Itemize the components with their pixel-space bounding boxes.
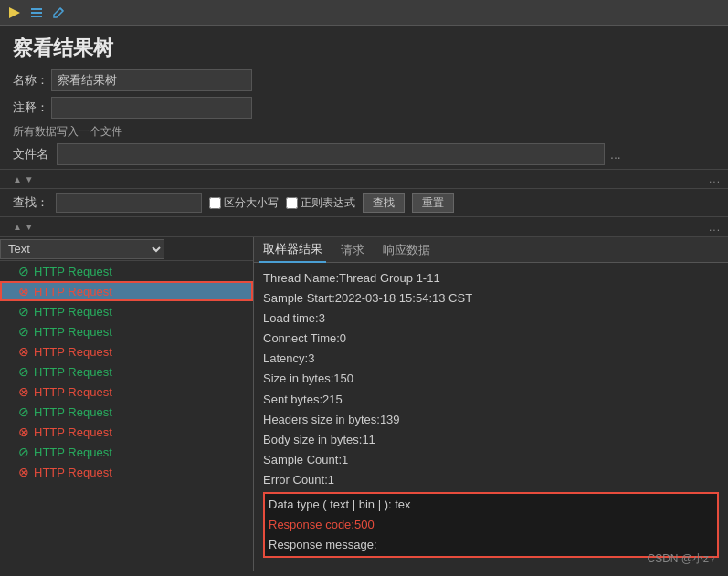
list-item[interactable]: ⊗ HTTP Request <box>0 382 253 402</box>
regex-checkbox[interactable] <box>286 197 298 209</box>
comment-label: 注释： <box>13 99 51 116</box>
svg-rect-1 <box>31 8 42 10</box>
list-item[interactable]: ⊗ HTTP Request <box>0 462 253 482</box>
list-item[interactable]: ⊘ HTTP Request <box>0 361 253 382</box>
status-ok-icon: ⊘ <box>18 364 29 379</box>
case-sensitive-text: 区分大小写 <box>224 195 279 211</box>
status-err-icon: ⊗ <box>18 344 29 359</box>
left-list: ⊘ HTTP Request ⊗ HTTP Request ⊘ HTTP Req… <box>0 261 253 571</box>
right-content: Thread Name:Thread Group 1-11 Sample Sta… <box>254 263 728 571</box>
second-dropdown-row[interactable]: ▲ ▼ ... <box>0 217 728 237</box>
name-row: 名称： <box>13 69 715 91</box>
comment-row: 注释： <box>13 97 715 119</box>
item-label: HTTP Request <box>34 365 112 379</box>
file-input[interactable] <box>57 143 605 165</box>
tab-request[interactable]: 请求 <box>337 238 368 262</box>
list-item[interactable]: ⊘ HTTP Request <box>0 321 253 341</box>
list-item[interactable]: ⊗ HTTP Request <box>0 422 253 442</box>
tab-sampler-result[interactable]: 取样器结果 <box>259 237 326 263</box>
tab-response-data[interactable]: 响应数据 <box>379 238 434 262</box>
second-options-dots[interactable]: ... <box>709 221 721 234</box>
latency-line: Latency:3 <box>263 349 719 369</box>
browse-dots: ... <box>610 147 621 162</box>
reset-button[interactable]: 重置 <box>412 193 454 213</box>
main-split: Text ⊘ HTTP Request ⊗ HTTP Request ⊘ HTT… <box>0 237 728 571</box>
item-label: HTTP Request <box>34 445 112 459</box>
svg-rect-2 <box>31 12 42 14</box>
comment-input[interactable] <box>51 97 252 119</box>
note-text: 所有数据写入一个文件 <box>0 124 728 140</box>
second-expand-arrow: ▲ ▼ <box>13 222 34 232</box>
watermark: CSDN @小z♀ <box>647 551 717 567</box>
connect-time-line: Connect Time:0 <box>263 329 719 349</box>
item-label: HTTP Request <box>34 466 112 479</box>
status-err-icon: ⊗ <box>18 424 29 439</box>
left-top-bar: Text <box>0 237 253 261</box>
right-panel: 取样器结果 请求 响应数据 Thread Name:Thread Group 1… <box>254 237 728 571</box>
search-label: 查找： <box>13 194 48 211</box>
item-label: HTTP Request <box>34 385 112 399</box>
list-item[interactable]: ⊘ HTTP Request <box>0 301 253 321</box>
find-button[interactable]: 查找 <box>363 193 405 213</box>
item-label: HTTP Request <box>34 405 112 419</box>
status-ok-icon: ⊘ <box>18 445 29 459</box>
svg-marker-0 <box>9 7 20 18</box>
toolbar-icon-edit[interactable] <box>49 4 68 22</box>
list-item[interactable]: ⊗ HTTP Request <box>0 341 253 361</box>
size-bytes-line: Size in bytes:150 <box>263 369 719 389</box>
list-item[interactable]: ⊗ HTTP Request <box>0 281 253 301</box>
status-ok-icon: ⊘ <box>18 404 29 419</box>
left-panel: Text ⊘ HTTP Request ⊗ HTTP Request ⊘ HTT… <box>0 237 254 571</box>
data-type-line: Data type ( text | bin | ): tex <box>269 495 713 515</box>
svg-line-5 <box>60 8 63 11</box>
regex-label[interactable]: 正则表达式 <box>286 195 355 211</box>
status-ok-icon: ⊘ <box>18 304 29 319</box>
body-size-line: Body size in bytes:11 <box>263 430 719 450</box>
sample-start-line: Sample Start:2022-03-18 15:54:13 CST <box>263 288 719 309</box>
status-ok-icon: ⊘ <box>18 264 29 278</box>
headers-size-line: Headers size in bytes:139 <box>263 410 719 430</box>
collapse-row[interactable]: ▲ ▼ ... <box>0 169 728 189</box>
file-label: 文件名 <box>13 146 51 162</box>
highlight-box: Data type ( text | bin | ): tex Response… <box>263 492 719 558</box>
response-code-line: Response code:500 <box>269 515 713 535</box>
name-input[interactable] <box>51 69 252 91</box>
case-sensitive-checkbox[interactable] <box>209 197 221 209</box>
page-title: 察看结果树 <box>0 26 728 69</box>
item-label: HTTP Request <box>34 305 112 319</box>
item-label: HTTP Request <box>34 325 112 339</box>
list-item[interactable]: ⊘ HTTP Request <box>0 402 253 422</box>
status-err-icon: ⊗ <box>18 384 29 399</box>
list-item[interactable]: ⊘ HTTP Request <box>0 261 253 281</box>
item-label: HTTP Request <box>34 425 112 439</box>
item-label: HTTP Request <box>34 345 112 359</box>
thread-name-line: Thread Name:Thread Group 1-11 <box>263 268 719 288</box>
search-row: 查找： 区分大小写 正则表达式 查找 重置 <box>0 189 728 217</box>
name-label: 名称： <box>13 72 51 89</box>
options-dots[interactable]: ... <box>709 173 721 185</box>
status-err-icon: ⊗ <box>18 465 29 479</box>
right-tabs: 取样器结果 请求 响应数据 <box>254 237 728 263</box>
list-item[interactable]: ⊘ HTTP Request <box>0 442 253 462</box>
svg-rect-3 <box>31 16 42 17</box>
search-input[interactable] <box>56 193 202 213</box>
load-time-line: Load time:3 <box>263 309 719 329</box>
item-label: HTTP Request <box>34 265 112 278</box>
status-err-icon: ⊗ <box>18 284 29 298</box>
sample-count-line: Sample Count:1 <box>263 450 719 470</box>
item-label: HTTP Request <box>34 285 112 298</box>
error-count-line: Error Count:1 <box>263 470 719 490</box>
toolbar-icon-run[interactable] <box>5 4 24 22</box>
top-toolbar <box>0 0 728 26</box>
expand-arrow: ▲ ▼ <box>13 174 34 184</box>
case-sensitive-label[interactable]: 区分大小写 <box>209 195 279 211</box>
form-section: 名称： 注释： <box>0 69 728 119</box>
sent-bytes-line: Sent bytes:215 <box>263 390 719 410</box>
regex-text: 正则表达式 <box>301 195 355 211</box>
toolbar-icon-list[interactable] <box>27 4 46 22</box>
status-ok-icon: ⊘ <box>18 324 29 339</box>
view-type-dropdown[interactable]: Text <box>0 239 164 259</box>
